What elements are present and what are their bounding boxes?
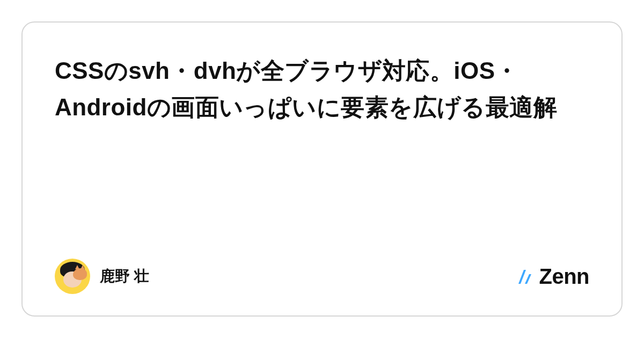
author-block: 鹿野 壮 — [55, 259, 149, 294]
platform-logo: Zenn — [516, 264, 589, 289]
zenn-logo-icon — [516, 267, 536, 286]
author-name: 鹿野 壮 — [100, 266, 149, 286]
og-card: CSSのsvh・dvhが全ブラウザ対応。iOS・Androidの画面いっぱいに要… — [21, 21, 623, 317]
platform-name: Zenn — [539, 264, 589, 289]
card-footer: 鹿野 壮 Zenn — [55, 259, 589, 294]
article-title: CSSのsvh・dvhが全ブラウザ対応。iOS・Androidの画面いっぱいに要… — [55, 53, 589, 126]
author-avatar — [55, 259, 90, 294]
